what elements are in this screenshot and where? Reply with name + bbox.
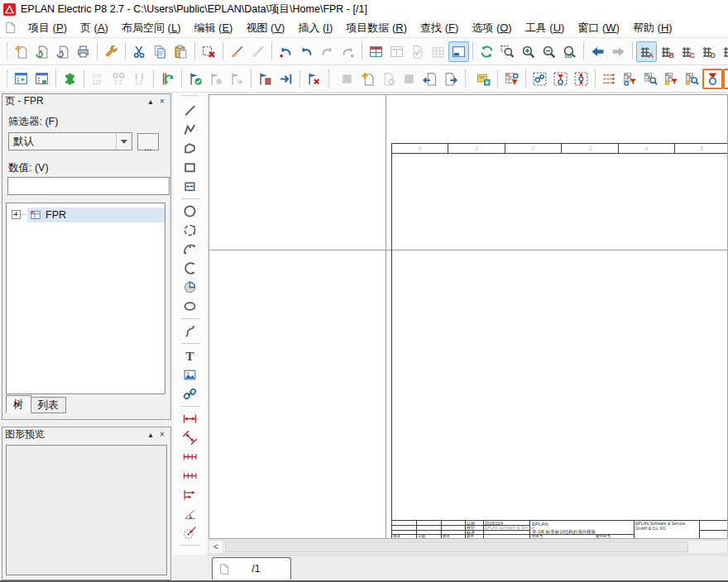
rectangle-center-button[interactable] — [180, 177, 200, 196]
flag-box-button[interactable] — [255, 69, 275, 89]
cut-button[interactable] — [129, 41, 150, 62]
open-project-button[interactable] — [31, 41, 52, 62]
tree-row-fpr[interactable]: FPR — [7, 207, 165, 222]
tab-list[interactable]: 列表 — [31, 397, 66, 413]
device-filter-button[interactable] — [620, 69, 640, 89]
zoom-out-button[interactable] — [539, 41, 559, 62]
dim-aligned-button[interactable] — [180, 428, 200, 447]
arc-button[interactable] — [180, 259, 200, 278]
zoom-in-button[interactable] — [518, 41, 539, 62]
back-button[interactable] — [587, 41, 608, 62]
page-export-button[interactable] — [440, 69, 461, 89]
table-filter-button[interactable] — [501, 69, 522, 89]
goto-graphic-button[interactable] — [275, 69, 296, 89]
drawing-canvas[interactable]: 012345 日期 2019/10/4 校对 EPLAN Software & … — [208, 94, 728, 539]
new-project-button[interactable] — [11, 41, 31, 62]
spline-button[interactable] — [180, 322, 200, 341]
dim-baseline-button[interactable] — [180, 485, 200, 504]
dim-angle-button[interactable] — [180, 504, 200, 523]
page-rename-button[interactable] — [399, 69, 419, 89]
preview-panel-close-icon[interactable]: × — [156, 429, 168, 440]
circle-dashed-button[interactable] — [180, 221, 200, 240]
flag-delete-button[interactable] — [304, 69, 324, 89]
grid-c-button[interactable]: C — [678, 41, 698, 62]
print-button[interactable] — [73, 41, 93, 62]
rectangle-button[interactable] — [180, 158, 200, 177]
arc-3-points-button[interactable] — [180, 240, 200, 259]
copy-button[interactable] — [150, 41, 170, 62]
dim-linear-button[interactable] — [180, 409, 200, 428]
select-funnel-button[interactable] — [550, 69, 571, 89]
dim-continued-button[interactable] — [180, 466, 200, 485]
layout-navigator-button[interactable] — [31, 69, 52, 89]
scrollbar-thumb[interactable] — [225, 541, 688, 552]
plugin-button[interactable] — [60, 69, 80, 89]
dim-chain-button[interactable] — [180, 447, 200, 466]
menu-item-l[interactable]: 布局空间 (L) — [115, 18, 188, 38]
graphical-preview-button[interactable] — [448, 41, 469, 62]
menu-item-f[interactable]: 查找 (F) — [414, 18, 465, 38]
select-sync-button[interactable] — [571, 69, 592, 89]
dim-radius-button[interactable] — [180, 523, 200, 542]
line-button[interactable] — [180, 101, 200, 120]
settings-wrench-button[interactable] — [101, 41, 122, 62]
ellipse-button[interactable] — [180, 297, 200, 316]
menu-item-u[interactable]: 工具 (U) — [519, 18, 572, 38]
menu-item-w[interactable]: 窗口 (W) — [571, 18, 626, 38]
grid-a-button[interactable]: A — [636, 41, 657, 62]
filter-browse-button[interactable]: ... — [137, 133, 159, 150]
undo-button[interactable] — [296, 41, 317, 62]
refresh-button[interactable] — [477, 41, 497, 62]
wire-numbering-button[interactable] — [599, 69, 620, 89]
menu-item-a[interactable]: 页 (A) — [74, 18, 115, 38]
hyperlink-button[interactable] — [180, 384, 200, 403]
menu-item-v[interactable]: 视图 (V) — [239, 18, 291, 38]
circle-button[interactable] — [180, 202, 200, 221]
menu-item-i[interactable]: 插入 (I) — [291, 18, 339, 38]
polygon-button[interactable] — [180, 139, 200, 158]
menu-item-r[interactable]: 项目数据 (R) — [339, 18, 414, 38]
device-filter2-button[interactable] — [661, 69, 682, 89]
text-button[interactable]: T — [180, 346, 200, 365]
select-components-button[interactable] — [529, 69, 550, 89]
grid-e-button[interactable]: E — [719, 41, 728, 62]
close-project-button[interactable] — [52, 41, 73, 62]
filter-dropdown[interactable]: 默认 — [8, 132, 132, 150]
value-input[interactable] — [7, 177, 170, 195]
format-paint-button[interactable] — [227, 41, 247, 62]
new-page-button[interactable] — [357, 69, 378, 89]
page-import-button[interactable] — [419, 69, 440, 89]
delete-selection-button[interactable] — [199, 41, 219, 62]
interruption-up-button[interactable] — [723, 69, 728, 89]
new-window-button[interactable] — [366, 41, 386, 62]
menu-item-e[interactable]: 编辑 (E) — [187, 18, 239, 38]
grid-d-button[interactable]: D — [698, 41, 719, 62]
zoom-100-button[interactable]: 100 — [559, 41, 580, 62]
paste-button[interactable] — [170, 41, 191, 62]
interruption-x-button[interactable] — [702, 69, 723, 89]
update-connections-button[interactable] — [157, 69, 178, 89]
image-button[interactable] — [180, 365, 200, 384]
tree-item-fpr[interactable]: FPR — [27, 208, 165, 222]
tab-tree[interactable]: 树 — [6, 395, 31, 413]
page-navigator-button[interactable] — [11, 69, 31, 89]
page-tab-1[interactable]: /1 — [212, 557, 291, 580]
scroll-left-icon[interactable]: < — [209, 541, 223, 553]
device-search-button[interactable] — [640, 69, 661, 89]
zoom-window-button[interactable] — [497, 41, 518, 62]
menu-item-p[interactable]: 项目 (P) — [22, 18, 74, 38]
polyline-button[interactable] — [180, 120, 200, 139]
pages-panel-close-icon[interactable]: × — [156, 96, 168, 107]
sector-button[interactable] — [180, 278, 200, 297]
device-search2-button[interactable] — [682, 69, 702, 89]
flag-check-button[interactable] — [185, 69, 206, 89]
copy-pages-button[interactable] — [337, 69, 357, 89]
preview-panel-collapse-icon[interactable]: ▴ — [145, 429, 156, 440]
expand-plus-icon[interactable] — [12, 210, 21, 219]
menu-item-h[interactable]: 帮助 (H) — [626, 18, 679, 38]
pages-panel-collapse-icon[interactable]: ▴ — [145, 96, 156, 107]
grid-b-button[interactable]: B — [657, 41, 678, 62]
horizontal-scrollbar[interactable]: < — [208, 540, 728, 554]
undo-list-button[interactable] — [275, 41, 296, 62]
note-add-button[interactable] — [473, 69, 494, 89]
